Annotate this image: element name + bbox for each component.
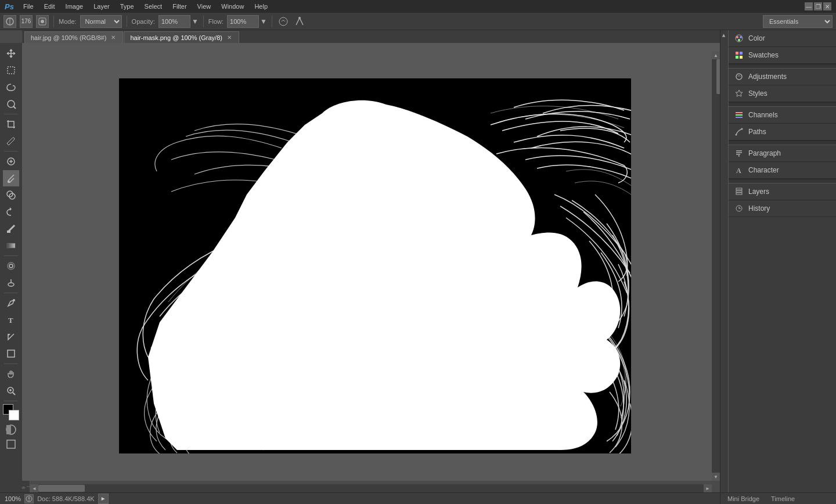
svg-rect-27 <box>6 425 11 434</box>
menu-file[interactable]: File <box>19 2 38 11</box>
svg-point-115 <box>28 500 30 501</box>
screen-mode-button[interactable] <box>5 438 17 451</box>
menu-help[interactable]: Help <box>250 2 272 11</box>
scroll-right-button[interactable]: ► <box>704 484 712 492</box>
zoom-tool[interactable] <box>3 383 19 399</box>
scroll-left-button[interactable]: ◄ <box>30 484 38 492</box>
panel-separator-2 <box>729 102 836 107</box>
eraser-tool[interactable] <box>3 221 19 237</box>
quick-mask-button[interactable] <box>5 423 17 436</box>
svg-rect-123 <box>740 56 743 59</box>
paragraph-panel-icon <box>734 149 744 158</box>
panel-history[interactable]: History <box>729 200 836 217</box>
tab-close-hair[interactable]: ✕ <box>110 34 117 41</box>
panel-paragraph[interactable]: Paragraph <box>729 145 836 162</box>
panel-collapse-button[interactable]: ◄ <box>720 30 729 504</box>
flow-label: Flow: <box>208 18 224 25</box>
menu-type[interactable]: Type <box>116 2 139 11</box>
tab-hair-mask[interactable]: hair-mask.png @ 100% (Gray/8) ✕ <box>124 31 239 43</box>
menu-filter[interactable]: Filter <box>168 2 191 11</box>
tab-hair-jpg[interactable]: hair.jpg @ 100% (RGB/8#) ✕ <box>24 31 123 43</box>
color-panel-label: Color <box>748 34 765 42</box>
svg-rect-134 <box>738 155 740 157</box>
maximize-button[interactable]: ❐ <box>814 2 822 10</box>
svg-text:A: A <box>736 167 741 174</box>
scroll-thumb-h[interactable] <box>38 485 85 492</box>
menu-select[interactable]: Select <box>140 2 167 11</box>
scroll-down-button[interactable]: ▼ <box>712 473 720 481</box>
menu-edit[interactable]: Edit <box>39 2 60 11</box>
svg-rect-21 <box>8 350 15 357</box>
pressure-button[interactable] <box>293 15 306 28</box>
panel-character[interactable]: A Character <box>729 162 836 179</box>
pen-tool[interactable] <box>3 295 19 311</box>
lasso-tool[interactable] <box>3 79 19 95</box>
tool-separator-2 <box>4 151 18 152</box>
scrollbar-horizontal[interactable]: ◄ ► <box>30 484 712 492</box>
menu-window[interactable]: Window <box>217 2 248 11</box>
menu-image[interactable]: Image <box>61 2 88 11</box>
panel-adjustments[interactable]: Adjustments <box>729 69 836 85</box>
eyedropper-tool[interactable] <box>3 133 19 149</box>
flow-arrow[interactable]: ▼ <box>260 17 267 26</box>
tab-close-mask[interactable]: ✕ <box>226 34 233 41</box>
svg-text:9: 9 <box>22 487 26 489</box>
clone-tool[interactable] <box>3 187 19 203</box>
character-panel-label: Character <box>748 166 779 174</box>
workspace-select[interactable]: Essentials Design Painting Photography <box>763 15 833 28</box>
opacity-arrow[interactable]: ▼ <box>192 17 199 26</box>
crop-tool[interactable] <box>3 116 19 132</box>
timeline-tab[interactable]: Timeline <box>769 494 797 503</box>
minimize-button[interactable]: — <box>805 2 813 10</box>
canvas-image[interactable] <box>119 78 631 453</box>
svg-point-112 <box>270 183 456 415</box>
brush-tool[interactable] <box>3 170 19 186</box>
canvas-area[interactable] <box>22 43 720 481</box>
mode-select[interactable]: Normal Dissolve Multiply Screen Overlay <box>80 15 122 28</box>
svg-rect-28 <box>7 440 15 448</box>
status-bar: 100% Doc: 588.4K/588.4K ► <box>0 492 720 504</box>
panel-color[interactable]: Color <box>729 30 836 47</box>
flow-input[interactable] <box>227 15 259 28</box>
panel-channels[interactable]: Channels <box>729 107 836 124</box>
path-select-tool[interactable] <box>3 329 19 345</box>
status-expand-button[interactable]: ► <box>98 494 109 504</box>
panel-layers[interactable]: Layers <box>729 183 836 200</box>
close-button[interactable]: ✕ <box>823 2 831 10</box>
marquee-tool[interactable] <box>3 62 19 78</box>
text-tool[interactable]: T <box>3 312 19 328</box>
shape-tool[interactable] <box>3 345 19 362</box>
move-tool[interactable] <box>3 45 19 62</box>
svg-rect-131 <box>736 150 742 152</box>
background-color[interactable] <box>9 410 19 420</box>
color-swatches[interactable] <box>3 404 19 420</box>
menu-layer[interactable]: Layer <box>89 2 114 11</box>
svg-point-4 <box>279 17 287 26</box>
scrollbar-vertical[interactable]: ▲ ▼ <box>712 51 720 481</box>
airbrush-button[interactable] <box>277 15 290 28</box>
panel-swatches[interactable]: Swatches <box>729 47 836 64</box>
panel-styles[interactable]: Styles <box>729 85 836 102</box>
history-brush-tool[interactable] <box>3 204 19 220</box>
blur-tool[interactable] <box>3 258 19 274</box>
dodge-tool[interactable] <box>3 275 19 291</box>
brush-size-input[interactable]: 176 <box>20 15 33 28</box>
healing-tool[interactable] <box>3 153 19 170</box>
scroll-track-h[interactable] <box>38 484 712 492</box>
status-icon[interactable] <box>24 494 34 503</box>
hand-tool[interactable] <box>3 366 19 382</box>
panel-paths[interactable]: Paths <box>729 124 836 141</box>
quick-select-tool[interactable] <box>3 96 19 112</box>
mini-bridge-tab[interactable]: Mini Bridge <box>725 494 762 503</box>
tool-separator-6 <box>4 401 18 401</box>
svg-rect-122 <box>736 56 738 59</box>
menu-view[interactable]: View <box>193 2 216 11</box>
app-logo: Ps <box>5 2 14 11</box>
layers-panel-label: Layers <box>748 188 769 196</box>
tool-separator-5 <box>4 363 18 364</box>
brush-preset-button[interactable] <box>36 15 49 28</box>
opacity-input[interactable] <box>158 15 190 28</box>
gradient-tool[interactable] <box>3 237 19 254</box>
scroll-up-button[interactable]: ▲ <box>712 51 720 59</box>
flow-group: ▼ <box>227 15 267 28</box>
